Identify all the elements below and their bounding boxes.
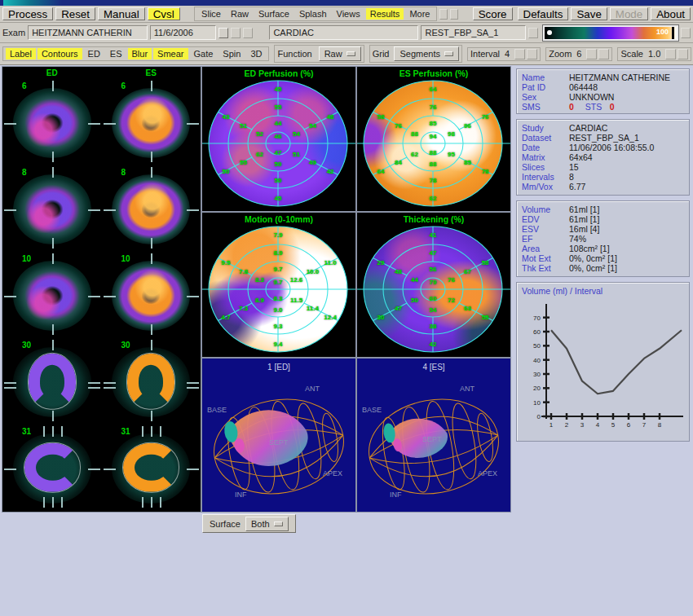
svg-text:50: 50 (533, 342, 541, 350)
view-menu-results[interactable]: Results (366, 8, 404, 20)
3d-wireframe-ed[interactable]: 1 [ED] BASE ANT SEPT INF APEX (202, 359, 355, 512)
segment-value: 79 (430, 279, 437, 286)
view-menu-raw[interactable]: Raw (227, 8, 253, 20)
colorbar-option-button[interactable] (681, 28, 691, 38)
svg-text:BASE: BASE (207, 406, 227, 414)
crosshair-dash (88, 387, 100, 389)
view-menu-slice[interactable]: Slice (197, 8, 225, 20)
toggle-label[interactable]: Label (6, 48, 36, 59)
button-about[interactable]: About (651, 7, 691, 20)
slice-cell-10-ed[interactable]: 10 (2, 251, 102, 337)
slice-cell-6-ed[interactable]: 6 (2, 78, 102, 165)
slice-cell-30-es[interactable]: 30 (102, 337, 201, 424)
button-cvsl[interactable]: Cvsl (148, 7, 180, 20)
grid-control: Grid Segments (369, 45, 462, 63)
surface-dropdown[interactable]: Both (245, 517, 289, 531)
view-menu-surface[interactable]: Surface (254, 8, 294, 20)
svg-text:10: 10 (533, 399, 541, 407)
exam-date-field[interactable]: 11/6/2006 (150, 25, 216, 40)
toggle-smear[interactable]: Smear (153, 48, 188, 59)
results-info-box: Volume61ml [1]EDV61ml [1]ESV16ml [4]EF74… (516, 200, 690, 277)
slice-cell-10-es[interactable]: 10 (102, 251, 201, 337)
crosshair-dash (88, 382, 100, 384)
toggle-ed[interactable]: ED (84, 48, 104, 59)
toggle-spin[interactable]: Spin (218, 48, 245, 59)
svg-text:8: 8 (658, 421, 662, 429)
polar-map-thickening[interactable]: Thickening (%) 4158554230294767633847485… (356, 212, 511, 358)
toggle-3d[interactable]: 3D (246, 48, 266, 59)
interval-down-button[interactable] (527, 49, 537, 59)
view-menu-splash[interactable]: Splash (295, 8, 331, 20)
crosshair-dash (4, 123, 16, 125)
exam-dropdown-button[interactable] (218, 28, 228, 38)
info-label: Pat ID (522, 82, 569, 92)
crosshair-dash (88, 469, 100, 470)
button-save[interactable]: Save (571, 7, 607, 20)
exam-prev-button[interactable] (231, 28, 241, 38)
info-row: Pat ID064448 (522, 82, 684, 92)
button-manual[interactable]: Manual (98, 7, 145, 20)
slice-number: 10 (121, 254, 130, 263)
toggle-es[interactable]: ES (106, 48, 126, 59)
crosshair-dash (160, 497, 161, 508)
menu-dropdown-button-2[interactable] (450, 9, 458, 20)
crosshair-dash (151, 426, 152, 437)
colorbar-low-handle[interactable] (547, 30, 552, 35)
3d-view-es[interactable]: 4 [ES] BASE ANT SEPT INF APEX (356, 358, 511, 513)
slice-number: 30 (22, 341, 31, 350)
dropdown-mark-icon (444, 51, 453, 56)
toggle-contours[interactable]: Contours (38, 48, 82, 59)
zoom-down-button[interactable] (598, 49, 609, 59)
info-row: ESV16ml [4] (522, 224, 684, 234)
3d-view-ed[interactable]: 1 [ED] BASE ANT SEPT INF APEX (201, 358, 356, 513)
button-defaults[interactable]: Defaults (518, 7, 569, 20)
dataset-field[interactable]: REST_FBP_SA_1 (421, 25, 525, 40)
crosshair-dash (104, 209, 116, 211)
slice-cell-6-es[interactable]: 6 (102, 78, 201, 165)
toggle-gate[interactable]: Gate (190, 48, 218, 59)
grid-dropdown[interactable]: Segments (394, 46, 459, 61)
segment-value: 8.9 (273, 249, 282, 257)
info-row: NameHEITZMANN CATHERINE (522, 73, 684, 82)
interval-value: 4 (505, 49, 510, 59)
color-scale-bar[interactable]: 100 (543, 25, 678, 41)
svg-text:20: 20 (533, 385, 541, 392)
function-dropdown[interactable]: Raw (319, 46, 361, 61)
crosshair-dash (52, 167, 54, 178)
dataset-dropdown-button[interactable] (528, 28, 538, 38)
toggle-blur[interactable]: Blur (128, 48, 152, 59)
menu-dropdown-button[interactable] (439, 9, 448, 20)
patient-name-field[interactable]: HEITZMANN CATHERIN (28, 25, 148, 40)
info-row: Thk Ext0%, 0cm² [1] (522, 263, 684, 273)
scale-up-button[interactable] (665, 49, 676, 59)
3d-wireframe-es[interactable]: 4 [ES] BASE ANT SEPT INF APEX (357, 359, 510, 512)
button-reset[interactable]: Reset (55, 7, 95, 20)
slice-cell-8-ed[interactable]: 8 (2, 165, 102, 251)
slice-number: 10 (22, 254, 31, 263)
slice-cell-31-ed[interactable]: 31 (2, 424, 102, 510)
view-menu-more[interactable]: More (405, 8, 434, 20)
polar-map-es-perfusion[interactable]: ES Perfusion (%) 64767862645876968578847… (356, 66, 511, 212)
slice-number: 8 (22, 168, 27, 177)
polar-map-ed-perfusion[interactable]: ED Perfusion (%) 45484245504355544950555… (201, 66, 356, 212)
slice-cell-30-ed[interactable]: 30 (2, 337, 102, 424)
exam-next-button[interactable] (243, 28, 253, 38)
info-value: 0%, 0cm² [1] (569, 253, 617, 263)
score-button[interactable]: Score (473, 7, 513, 20)
zoom-up-button[interactable] (586, 49, 597, 59)
slice-cell-8-es[interactable]: 8 (102, 165, 201, 251)
polar-map-motion[interactable]: Motion (0-10mm) 7.911.012.49.44.79.58.91… (201, 212, 356, 358)
study-field[interactable]: CARDIAC (269, 25, 418, 40)
dropdown-mark-icon (274, 521, 283, 526)
view-menu-views[interactable]: Views (333, 8, 364, 20)
slice-image (112, 433, 190, 504)
info-row: DatasetREST_FBP_SA_1 (522, 133, 684, 143)
segment-value: 58 (482, 258, 489, 266)
segment-value: 11.4 (307, 304, 319, 311)
segment-value: 85 (430, 120, 437, 127)
slice-cell-31-es[interactable]: 31 (102, 424, 201, 510)
interval-up-button[interactable] (514, 49, 525, 59)
scale-down-button[interactable] (678, 49, 688, 59)
button-process[interactable]: Process (2, 7, 53, 20)
segment-value: 54 (293, 130, 300, 137)
